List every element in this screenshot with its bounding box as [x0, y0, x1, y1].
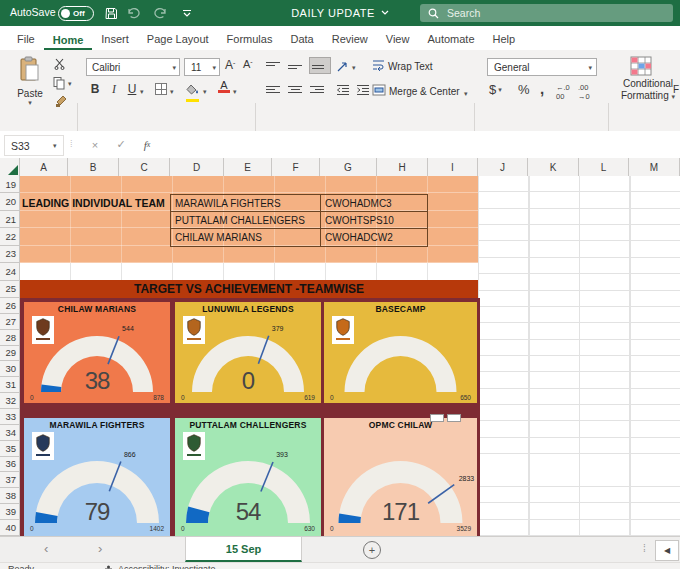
row-header-33[interactable]: 33 — [0, 409, 19, 425]
merge-center-dropdown-icon[interactable]: ▾ — [464, 90, 468, 97]
decrease-decimal-icon[interactable]: .00→0 — [578, 83, 590, 101]
wrap-text-icon[interactable] — [372, 59, 385, 71]
underline-dropdown-icon[interactable]: ▾ — [140, 88, 144, 95]
font-color-icon[interactable]: A — [218, 80, 230, 93]
borders-dropdown-icon[interactable]: ▾ — [170, 88, 174, 95]
bold-icon[interactable]: B — [88, 82, 102, 96]
cell-team-code[interactable]: CWOHTSPS10 — [321, 212, 427, 228]
number-format-select[interactable]: General▾ — [487, 58, 597, 76]
document-title[interactable]: DAILY UPDATE — [291, 7, 375, 19]
resize-handle[interactable] — [430, 414, 444, 422]
cell-leading-individual-team[interactable]: LEADING INDIVIDUAL TEAM — [22, 194, 168, 211]
decrease-indent-icon[interactable] — [336, 84, 350, 96]
row-header-37[interactable]: 37 — [0, 472, 19, 488]
align-left-icon[interactable] — [266, 84, 280, 95]
align-top-icon[interactable] — [266, 60, 280, 71]
row-header-36[interactable]: 36 — [0, 457, 19, 473]
orientation-icon[interactable] — [336, 59, 350, 77]
row-header-20[interactable]: 20 — [0, 193, 19, 210]
tab-data[interactable]: Data — [281, 28, 322, 50]
autosave-toggle[interactable]: Off — [58, 6, 94, 21]
redo-icon[interactable] — [152, 4, 170, 22]
align-right-icon[interactable] — [310, 84, 324, 95]
row-header-25[interactable]: 25 — [0, 281, 19, 298]
name-box[interactable]: ▾ — [4, 135, 64, 156]
accessibility-icon[interactable] — [104, 565, 113, 569]
gauge-panel-chilaw-marians[interactable]: CHILAW MARIANS544087838 — [24, 302, 170, 403]
tab-insert[interactable]: Insert — [92, 28, 138, 50]
accessibility-status[interactable]: Accessibility: Investigate — [118, 564, 216, 569]
increase-decimal-icon[interactable]: ←.000 — [556, 83, 570, 101]
orientation-dropdown-icon[interactable]: ▾ — [352, 64, 356, 71]
previous-sheet-icon[interactable]: ‹ — [44, 541, 48, 556]
conditional-formatting-label[interactable]: Conditional Formatting ▾ — [616, 78, 680, 102]
font-color-dropdown-icon[interactable]: ▾ — [233, 88, 237, 95]
align-center-icon[interactable] — [288, 84, 302, 95]
row-header-30[interactable]: 30 — [0, 361, 19, 377]
enter-icon[interactable]: ✓ — [112, 135, 130, 154]
formula-input[interactable] — [172, 135, 680, 156]
tab-formulas[interactable]: Formulas — [218, 28, 282, 50]
row-header-35[interactable]: 35 — [0, 441, 19, 457]
column-header-B[interactable]: B — [68, 158, 119, 176]
gauge-panel-marawila-fighters[interactable]: MARAWILA FIGHTERS8660140279 — [24, 418, 170, 536]
accounting-format-icon[interactable]: $ ▾ — [489, 82, 502, 97]
gauge-panel-basecamp[interactable]: BASECAMP0650 — [324, 302, 477, 403]
banner-target-vs-achievement[interactable]: TARGET VS ACHIEVEMENT -TEAMWISE — [20, 280, 478, 298]
cell-team-name[interactable]: PUTTALAM CHALLENGERS — [171, 212, 321, 228]
wrap-text-label[interactable]: Wrap Text — [388, 61, 433, 72]
row-header-28[interactable]: 28 — [0, 330, 19, 346]
row-header-38[interactable]: 38 — [0, 488, 19, 504]
gauge-panel-opmc-chilaw[interactable]: OPMC CHILAW283303529171 — [324, 418, 477, 536]
column-header-M[interactable]: M — [629, 158, 680, 176]
column-header-A[interactable]: A — [20, 158, 68, 176]
merge-center-label[interactable]: Merge & Center — [389, 86, 460, 97]
customize-quick-access-icon[interactable] — [178, 4, 196, 22]
horizontal-scroll-left-icon[interactable]: ◀ — [655, 540, 679, 561]
search-box[interactable] — [420, 4, 673, 22]
cancel-icon[interactable]: × — [86, 135, 104, 154]
underline-icon[interactable]: U — [126, 82, 138, 96]
row-header-22[interactable]: 22 — [0, 228, 19, 245]
row-header-23[interactable]: 23 — [0, 246, 19, 263]
tab-help[interactable]: Help — [484, 28, 525, 50]
undo-icon[interactable] — [124, 4, 142, 22]
row-header-24[interactable]: 24 — [0, 263, 19, 280]
cell-team-code[interactable]: CWOHADMC3 — [321, 195, 427, 211]
merge-center-icon[interactable] — [372, 84, 386, 96]
cell-team-name[interactable]: CHILAW MARIANS — [171, 229, 321, 246]
italic-icon[interactable]: I — [108, 82, 120, 97]
row-header-26[interactable]: 26 — [0, 298, 19, 314]
increase-font-size-icon[interactable]: Aˆ — [225, 58, 235, 72]
insert-function-icon[interactable]: fx — [138, 135, 156, 154]
column-header-L[interactable]: L — [579, 158, 629, 176]
paste-button[interactable]: Paste ▾ — [10, 56, 50, 106]
name-box-dropdown-icon[interactable]: ▾ — [53, 142, 57, 149]
copy-icon[interactable]: ▾ — [52, 76, 72, 90]
tab-scroll-splitter[interactable]: ⁞ — [643, 543, 647, 554]
sheet-tab-15-sep[interactable]: 15 Sep — [185, 537, 302, 562]
align-middle-icon[interactable] — [288, 60, 302, 71]
row-header-27[interactable]: 27 — [0, 314, 19, 330]
cut-icon[interactable] — [54, 58, 66, 70]
empty-cells-grid[interactable] — [478, 176, 680, 536]
fill-color-dropdown-icon[interactable]: ▾ — [203, 88, 207, 95]
row-header-34[interactable]: 34 — [0, 425, 19, 441]
column-header-H[interactable]: H — [377, 158, 428, 176]
resize-handle[interactable] — [447, 414, 461, 422]
conditional-formatting-icon[interactable] — [630, 56, 652, 80]
name-box-input[interactable] — [5, 139, 53, 153]
row-header-32[interactable]: 32 — [0, 393, 19, 409]
tab-view[interactable]: View — [377, 28, 419, 50]
tab-page-layout[interactable]: Page Layout — [138, 28, 218, 50]
column-header-F[interactable]: F — [272, 158, 320, 176]
borders-icon[interactable] — [155, 83, 167, 95]
column-header-E[interactable]: E — [224, 158, 272, 176]
font-name-select[interactable]: Calibri▾ — [86, 58, 180, 76]
row-header-19[interactable]: 19 — [0, 176, 19, 193]
tab-home[interactable]: Home — [44, 29, 93, 51]
gauge-panel-lunuwila-legends[interactable]: LUNUWILA LEGENDS37906190 — [175, 302, 321, 403]
column-header-D[interactable]: D — [170, 158, 224, 176]
comma-style-icon[interactable]: , — [540, 80, 544, 97]
row-header-31[interactable]: 31 — [0, 377, 19, 393]
